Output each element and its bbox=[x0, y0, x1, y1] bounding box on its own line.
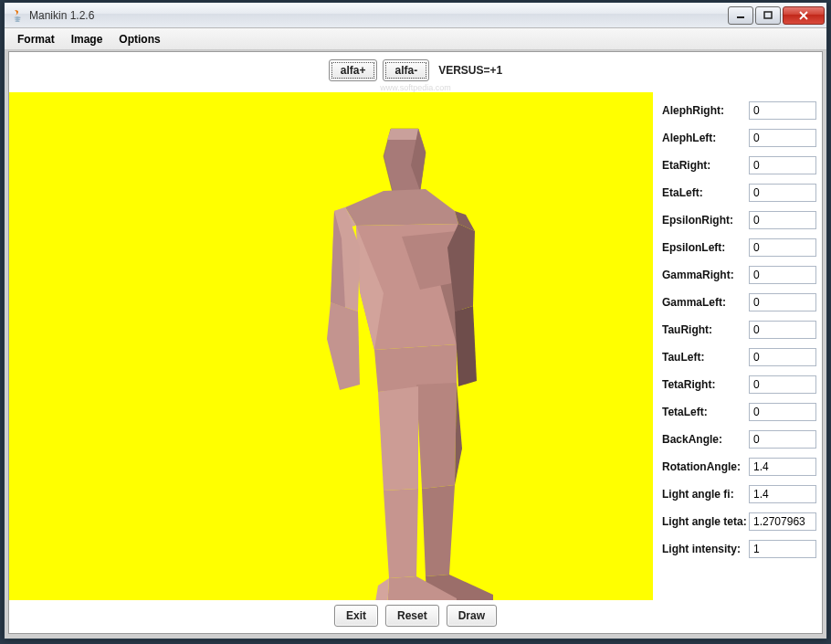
param-input-epsilonleft[interactable] bbox=[749, 238, 816, 257]
svg-marker-19 bbox=[455, 306, 477, 386]
param-label: Light angle teta: bbox=[662, 515, 749, 528]
titlebar[interactable]: Manikin 1.2.6 bbox=[5, 3, 826, 28]
param-row: RotationAngle: bbox=[662, 454, 816, 480]
maximize-button[interactable] bbox=[755, 6, 781, 25]
param-input-gammaright[interactable] bbox=[749, 266, 816, 284]
param-label: EpsilonRight: bbox=[662, 214, 749, 227]
close-button[interactable] bbox=[783, 6, 825, 25]
menu-options[interactable]: Options bbox=[111, 30, 167, 48]
versus-label: VERSUS=+1 bbox=[438, 64, 502, 77]
param-input-etaleft[interactable] bbox=[749, 184, 816, 202]
param-label: BackAngle: bbox=[662, 433, 749, 446]
param-label: EtaLeft: bbox=[662, 186, 749, 199]
param-label: TetaLeft: bbox=[662, 406, 749, 418]
param-label: AlephLeft: bbox=[662, 132, 749, 144]
param-input-tauright[interactable] bbox=[749, 321, 816, 339]
param-input-tetaright[interactable] bbox=[749, 375, 816, 394]
minimize-button[interactable] bbox=[728, 6, 753, 25]
param-label: GammaLeft: bbox=[662, 296, 749, 309]
svg-marker-22 bbox=[378, 386, 418, 491]
param-row: Light intensity: bbox=[662, 536, 816, 562]
param-row: TauLeft: bbox=[662, 344, 816, 370]
param-row: EpsilonRight: bbox=[662, 207, 816, 233]
param-row: AlephLeft: bbox=[662, 125, 816, 151]
param-row: AlephRight: bbox=[662, 98, 816, 123]
menubar: Format Image Options bbox=[5, 28, 826, 50]
svg-marker-20 bbox=[416, 383, 457, 489]
param-label: TauRight: bbox=[662, 323, 749, 336]
param-row: GammaLeft: bbox=[662, 290, 816, 315]
param-input-tauleft[interactable] bbox=[749, 348, 816, 366]
reset-button[interactable]: Reset bbox=[385, 605, 439, 627]
param-input-epsilonright[interactable] bbox=[749, 211, 816, 229]
watermark-text: www.softpedia.com bbox=[9, 83, 822, 92]
param-input-backangle[interactable] bbox=[749, 430, 816, 449]
param-input-rotationangle[interactable] bbox=[749, 458, 816, 476]
manikin-figure bbox=[320, 120, 548, 600]
param-row: EtaLeft: bbox=[662, 180, 816, 206]
param-label: EtaRight: bbox=[662, 159, 749, 172]
svg-marker-27 bbox=[374, 578, 389, 600]
param-input-lightanglefi[interactable] bbox=[749, 485, 816, 503]
param-input-lightangleteta[interactable] bbox=[749, 512, 816, 531]
alfa-plus-button[interactable]: alfa+ bbox=[329, 59, 378, 81]
side-panel: AlephRight: AlephLeft: EtaRight: EtaLeft… bbox=[653, 92, 822, 600]
param-row: EpsilonLeft: bbox=[662, 235, 816, 260]
param-label: GammaRight: bbox=[662, 269, 749, 281]
param-input-alephleft[interactable] bbox=[749, 129, 816, 147]
param-row: GammaRight: bbox=[662, 262, 816, 288]
window-title: Manikin 1.2.6 bbox=[29, 9, 726, 22]
main-row: AlephRight: AlephLeft: EtaRight: EtaLeft… bbox=[9, 92, 822, 600]
app-window: Manikin 1.2.6 Format Image Options alfa+… bbox=[4, 2, 827, 639]
param-label: Light intensity: bbox=[662, 543, 749, 555]
param-label: RotationAngle: bbox=[662, 460, 749, 473]
param-input-lightintensity[interactable] bbox=[749, 540, 816, 558]
param-row: TetaRight: bbox=[662, 372, 816, 397]
param-row: Light angle teta: bbox=[662, 509, 816, 534]
param-input-alephright[interactable] bbox=[749, 101, 816, 120]
param-input-etaright[interactable] bbox=[749, 156, 816, 174]
param-input-tetaleft[interactable] bbox=[749, 403, 816, 421]
menu-image[interactable]: Image bbox=[64, 30, 110, 48]
param-label: TauLeft: bbox=[662, 351, 749, 364]
menu-format[interactable]: Format bbox=[10, 30, 62, 48]
param-row: TauRight: bbox=[662, 317, 816, 343]
content-panel: alfa+ alfa- VERSUS=+1 www.softpedia.com bbox=[8, 51, 823, 634]
param-input-gammaleft[interactable] bbox=[749, 293, 816, 311]
svg-marker-7 bbox=[345, 189, 458, 226]
param-label: AlephRight: bbox=[662, 104, 749, 117]
render-canvas[interactable] bbox=[9, 92, 653, 600]
svg-marker-24 bbox=[384, 489, 418, 578]
bottom-toolbar: Exit Reset Draw bbox=[9, 600, 822, 631]
draw-button[interactable]: Draw bbox=[447, 605, 497, 627]
exit-button[interactable]: Exit bbox=[334, 605, 378, 627]
java-icon bbox=[10, 8, 25, 23]
window-controls bbox=[726, 6, 825, 25]
param-row: TetaLeft: bbox=[662, 399, 816, 425]
param-label: TetaRight: bbox=[662, 378, 749, 391]
param-label: EpsilonLeft: bbox=[662, 241, 749, 254]
svg-rect-1 bbox=[764, 12, 772, 18]
param-row: EtaRight: bbox=[662, 153, 816, 178]
alfa-minus-button[interactable]: alfa- bbox=[383, 59, 429, 81]
svg-marker-18 bbox=[327, 302, 360, 390]
param-row: BackAngle: bbox=[662, 427, 816, 452]
svg-marker-23 bbox=[422, 485, 455, 576]
param-row: Light angle fi: bbox=[662, 481, 816, 507]
param-label: Light angle fi: bbox=[662, 488, 749, 501]
